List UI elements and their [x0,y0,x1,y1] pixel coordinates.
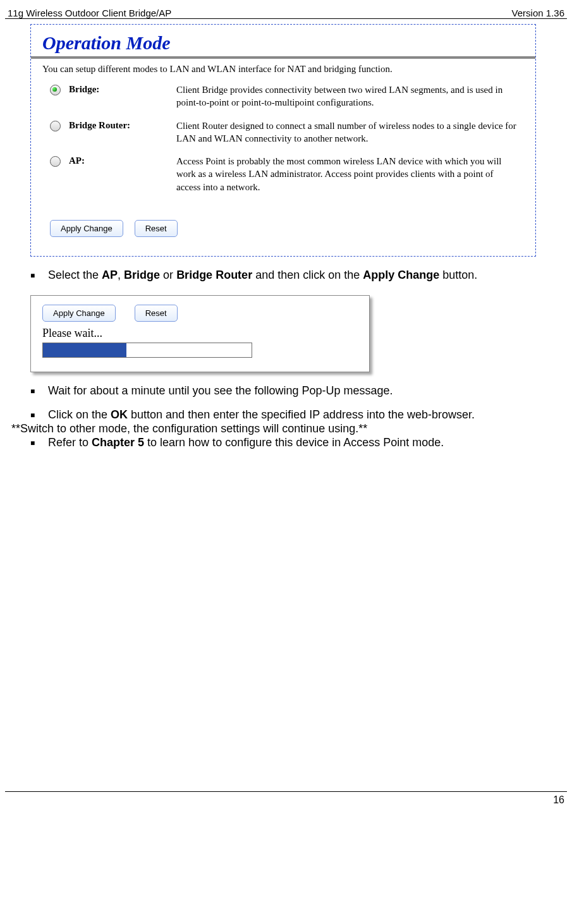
instruction-select: ■ Select the AP, Bridge or Bridge Router… [30,268,567,283]
popup-reset-button[interactable]: Reset [135,305,178,322]
txt: or [160,269,176,281]
instruction-list-3: ■ Refer to Chapter 5 to learn how to con… [5,435,567,450]
apply-change-button[interactable]: Apply Change [50,220,123,237]
bullet-icon: ■ [30,408,48,421]
mode-row-bridge: Bridge: Client Bridge provides connectiv… [31,81,535,117]
bold-apply-change: Apply Change [363,269,439,281]
switch-note: **Switch to other mode, the configuratio… [5,422,567,435]
popup-wait-text: Please wait... [42,325,358,343]
document-page: 11g Wireless Outdoor Client Bridge/AP Ve… [0,0,572,811]
txt: and then click on the [252,269,363,281]
bold-bridge: Bridge [124,269,160,281]
progress-fill [43,343,126,357]
bullet-icon: ■ [30,384,48,397]
bold-chapter5: Chapter 5 [92,436,144,449]
bullet-icon: ■ [30,435,48,449]
popup-panel: Apply Change Reset Please wait... [30,295,370,372]
txt: Click on the [48,408,111,421]
operation-mode-panel: Operation Mode You can setup different m… [30,24,536,257]
mode-label-ap: AP: [69,155,176,166]
page-footer: 16 [5,791,567,806]
txt: button and then enter the specified IP a… [128,408,475,421]
bold-bridge-router: Bridge Router [176,269,252,281]
radio-bridge[interactable] [50,85,61,95]
instruction-wait: ■ Wait for about a minute until you see … [30,384,567,398]
mode-row-ap: AP: Access Point is probably the most co… [31,152,535,201]
panel-buttons: Apply Change Reset [31,201,535,256]
popup-apply-change-button[interactable]: Apply Change [42,305,116,322]
bullet-icon: ■ [30,268,48,281]
txt: to learn how to configure this device in… [144,436,444,449]
txt: , [118,269,124,281]
header-right: Version 1.36 [512,8,564,18]
mode-desc-ap: Access Point is probably the most common… [176,155,516,193]
popup-buttons: Apply Change Reset [42,305,358,322]
mode-desc-bridge-router: Client Router designed to connect a smal… [176,119,516,145]
mode-row-bridge-router: Bridge Router: Client Router designed to… [31,117,535,153]
page-number: 16 [5,792,567,806]
bold-ap: AP [102,269,118,281]
txt: button. [439,269,477,281]
instruction-list: ■ Select the AP, Bridge or Bridge Router… [5,268,567,283]
instruction-refer: ■ Refer to Chapter 5 to learn how to con… [30,435,567,450]
header-left: 11g Wireless Outdoor Client Bridge/AP [8,8,171,18]
bold-ok: OK [111,408,128,421]
reset-button[interactable]: Reset [135,220,178,237]
mode-label-bridge-router: Bridge Router: [69,119,176,131]
mode-label-bridge: Bridge: [69,83,176,95]
spacer [30,399,567,408]
operation-mode-description: You can setup different modes to LAN and… [31,59,535,81]
instruction-ok: ■ Click on the OK button and then enter … [30,408,567,422]
progress-bar [42,343,252,358]
radio-ap[interactable] [50,156,61,167]
mode-desc-bridge: Client Bridge provides connectivity betw… [176,83,516,109]
instruction-select-text: Select the AP, Bridge or Bridge Router a… [48,268,567,283]
operation-mode-title: Operation Mode [31,25,535,56]
instruction-list-2: ■ Wait for about a minute until you see … [5,384,567,422]
instruction-wait-text: Wait for about a minute until you see th… [48,384,567,398]
page-header: 11g Wireless Outdoor Client Bridge/AP Ve… [5,8,567,19]
instruction-refer-text: Refer to Chapter 5 to learn how to confi… [48,435,567,450]
radio-selected-icon [52,87,57,92]
instruction-ok-text: Click on the OK button and then enter th… [48,408,567,422]
radio-bridge-router[interactable] [50,121,61,131]
txt: Refer to [48,436,92,449]
txt: Select the [48,269,102,281]
